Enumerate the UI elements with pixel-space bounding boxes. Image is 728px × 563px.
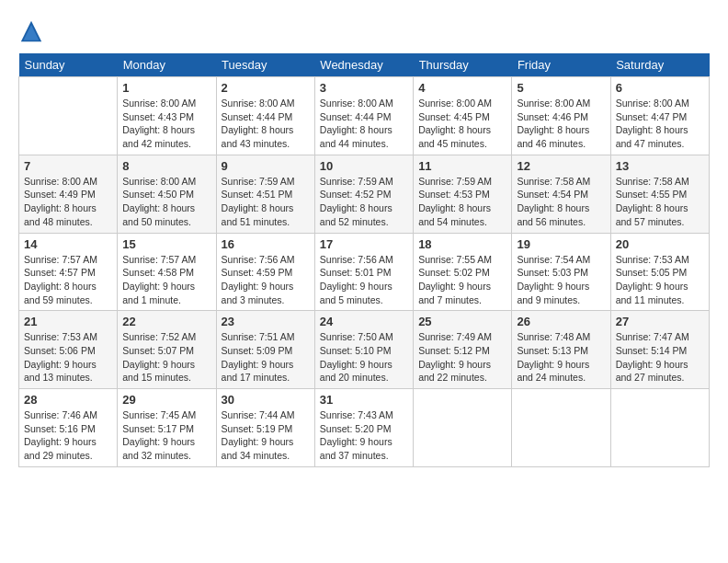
day-cell: 25 Sunrise: 7:49 AMSunset: 5:12 PMDaylig… [414,311,512,389]
calendar-table: SundayMondayTuesdayWednesdayThursdayFrid… [18,53,710,467]
day-number: 12 [517,159,605,173]
day-info: Sunrise: 8:00 AMSunset: 4:50 PMDaylight:… [122,175,210,229]
day-number: 10 [320,159,408,173]
page: SundayMondayTuesdayWednesdayThursdayFrid… [0,0,728,477]
week-row-4: 21 Sunrise: 7:53 AMSunset: 5:06 PMDaylig… [19,311,710,389]
day-info: Sunrise: 7:44 AMSunset: 5:19 PMDaylight:… [222,408,310,463]
day-cell: 29 Sunrise: 7:45 AMSunset: 5:17 PMDaylig… [118,389,216,467]
day-info: Sunrise: 7:46 AMSunset: 5:16 PMDaylight:… [24,408,112,463]
day-number: 28 [24,393,112,407]
day-number: 11 [418,159,506,173]
day-number: 30 [222,393,310,407]
day-info: Sunrise: 7:48 AMSunset: 5:13 PMDaylight:… [517,330,605,385]
day-info: Sunrise: 7:53 AMSunset: 5:05 PMDaylight:… [616,253,704,307]
day-cell [610,389,709,467]
day-cell: 14 Sunrise: 7:57 AMSunset: 4:57 PMDaylig… [19,233,118,311]
day-number: 9 [222,159,310,173]
day-cell: 8 Sunrise: 8:00 AMSunset: 4:50 PMDayligh… [118,155,216,233]
week-row-2: 7 Sunrise: 8:00 AMSunset: 4:49 PMDayligh… [19,155,710,233]
day-number: 1 [122,81,210,95]
day-cell [414,389,512,467]
day-info: Sunrise: 7:49 AMSunset: 5:12 PMDaylight:… [418,330,506,385]
day-info: Sunrise: 7:59 AMSunset: 4:52 PMDaylight:… [320,175,408,229]
day-cell: 9 Sunrise: 7:59 AMSunset: 4:51 PMDayligh… [216,155,314,233]
day-cell: 10 Sunrise: 7:59 AMSunset: 4:52 PMDaylig… [314,155,413,233]
day-cell [512,389,610,467]
week-row-1: 1 Sunrise: 8:00 AMSunset: 4:43 PMDayligh… [19,77,710,155]
day-info: Sunrise: 8:00 AMSunset: 4:49 PMDaylight:… [24,175,112,229]
day-cell: 26 Sunrise: 7:48 AMSunset: 5:13 PMDaylig… [512,311,610,389]
day-info: Sunrise: 7:50 AMSunset: 5:10 PMDaylight:… [320,330,408,385]
day-info: Sunrise: 7:45 AMSunset: 5:17 PMDaylight:… [122,408,210,463]
day-cell: 21 Sunrise: 7:53 AMSunset: 5:06 PMDaylig… [19,311,118,389]
day-cell: 23 Sunrise: 7:51 AMSunset: 5:09 PMDaylig… [216,311,314,389]
header [18,18,710,44]
weekday-header-saturday: Saturday [610,53,709,77]
weekday-header-row: SundayMondayTuesdayWednesdayThursdayFrid… [19,53,710,77]
day-info: Sunrise: 7:56 AMSunset: 4:59 PMDaylight:… [222,253,310,307]
day-info: Sunrise: 8:00 AMSunset: 4:45 PMDaylight:… [418,97,506,151]
day-cell: 24 Sunrise: 7:50 AMSunset: 5:10 PMDaylig… [314,311,413,389]
day-number: 6 [616,81,704,95]
day-info: Sunrise: 7:53 AMSunset: 5:06 PMDaylight:… [24,330,112,385]
day-number: 27 [616,315,704,328]
day-info: Sunrise: 8:00 AMSunset: 4:46 PMDaylight:… [517,97,605,151]
day-number: 14 [24,237,112,251]
day-cell: 22 Sunrise: 7:52 AMSunset: 5:07 PMDaylig… [118,311,216,389]
day-info: Sunrise: 8:00 AMSunset: 4:44 PMDaylight:… [320,97,408,151]
day-number: 19 [517,237,605,251]
day-info: Sunrise: 7:59 AMSunset: 4:53 PMDaylight:… [418,175,506,229]
day-cell: 1 Sunrise: 8:00 AMSunset: 4:43 PMDayligh… [118,77,216,155]
day-number: 24 [320,315,408,328]
weekday-header-tuesday: Tuesday [216,53,314,77]
day-number: 7 [24,159,112,173]
weekday-header-monday: Monday [118,53,216,77]
day-cell: 2 Sunrise: 8:00 AMSunset: 4:44 PMDayligh… [216,77,314,155]
day-number: 4 [418,81,506,95]
day-number: 13 [616,159,704,173]
day-cell: 31 Sunrise: 7:43 AMSunset: 5:20 PMDaylig… [314,389,413,467]
day-info: Sunrise: 7:52 AMSunset: 5:07 PMDaylight:… [122,330,210,385]
day-number: 29 [122,393,210,407]
day-cell: 12 Sunrise: 7:58 AMSunset: 4:54 PMDaylig… [512,155,610,233]
day-number: 15 [122,237,210,251]
day-number: 22 [122,315,210,328]
day-info: Sunrise: 7:54 AMSunset: 5:03 PMDaylight:… [517,253,605,307]
day-cell: 11 Sunrise: 7:59 AMSunset: 4:53 PMDaylig… [414,155,512,233]
day-number: 3 [320,81,408,95]
day-cell: 7 Sunrise: 8:00 AMSunset: 4:49 PMDayligh… [19,155,118,233]
day-cell: 16 Sunrise: 7:56 AMSunset: 4:59 PMDaylig… [216,233,314,311]
week-row-5: 28 Sunrise: 7:46 AMSunset: 5:16 PMDaylig… [19,389,710,467]
weekday-header-friday: Friday [512,53,610,77]
day-info: Sunrise: 8:00 AMSunset: 4:44 PMDaylight:… [222,97,310,151]
day-cell: 20 Sunrise: 7:53 AMSunset: 5:05 PMDaylig… [610,233,709,311]
day-number: 18 [418,237,506,251]
day-number: 25 [418,315,506,328]
day-info: Sunrise: 7:47 AMSunset: 5:14 PMDaylight:… [616,330,704,385]
day-number: 16 [222,237,310,251]
day-cell: 18 Sunrise: 7:55 AMSunset: 5:02 PMDaylig… [414,233,512,311]
day-cell: 6 Sunrise: 8:00 AMSunset: 4:47 PMDayligh… [610,77,709,155]
day-cell [19,77,118,155]
day-number: 23 [222,315,310,328]
day-number: 8 [122,159,210,173]
day-info: Sunrise: 7:57 AMSunset: 4:57 PMDaylight:… [24,253,112,307]
day-cell: 3 Sunrise: 8:00 AMSunset: 4:44 PMDayligh… [314,77,413,155]
day-cell: 28 Sunrise: 7:46 AMSunset: 5:16 PMDaylig… [19,389,118,467]
day-info: Sunrise: 7:43 AMSunset: 5:20 PMDaylight:… [320,408,408,463]
logo [18,18,48,44]
day-cell: 30 Sunrise: 7:44 AMSunset: 5:19 PMDaylig… [216,389,314,467]
weekday-header-thursday: Thursday [414,53,512,77]
day-info: Sunrise: 7:56 AMSunset: 5:01 PMDaylight:… [320,253,408,307]
day-cell: 17 Sunrise: 7:56 AMSunset: 5:01 PMDaylig… [314,233,413,311]
logo-icon [18,18,44,44]
day-number: 21 [24,315,112,328]
day-number: 31 [320,393,408,407]
day-info: Sunrise: 7:59 AMSunset: 4:51 PMDaylight:… [222,175,310,229]
day-number: 2 [222,81,310,95]
weekday-header-sunday: Sunday [19,53,118,77]
day-number: 26 [517,315,605,328]
day-info: Sunrise: 7:57 AMSunset: 4:58 PMDaylight:… [122,253,210,307]
day-cell: 5 Sunrise: 8:00 AMSunset: 4:46 PMDayligh… [512,77,610,155]
day-info: Sunrise: 7:58 AMSunset: 4:54 PMDaylight:… [517,175,605,229]
